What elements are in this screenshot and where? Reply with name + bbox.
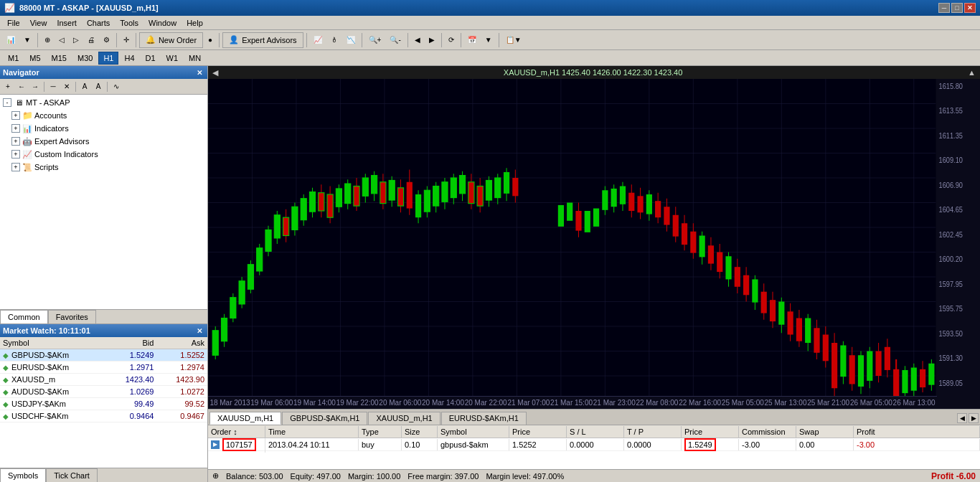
col-price-current[interactable]: Price <box>682 426 739 438</box>
tf-w1[interactable]: W1 <box>161 52 184 65</box>
chart-tab-xauusd-h1-2[interactable]: XAUUSD_m,H1 <box>368 412 440 425</box>
col-type[interactable]: Type <box>359 426 402 438</box>
toolbar-template[interactable]: 📋▼ <box>502 32 525 48</box>
toolbar-chart-bar[interactable]: 📈 <box>310 32 326 48</box>
col-size[interactable]: Size <box>402 426 438 438</box>
col-symbol[interactable]: Symbol <box>438 426 509 438</box>
tree-scripts-label: Scripts <box>34 163 59 171</box>
menu-file[interactable]: File <box>3 17 24 29</box>
tree-experts[interactable]: + 🤖 Expert Advisors <box>1 135 206 148</box>
tf-h1[interactable]: H1 <box>98 52 118 65</box>
toolbar-properties[interactable]: ⚙ <box>100 32 113 48</box>
col-time[interactable]: Time <box>265 426 359 438</box>
order-row-107157[interactable]: ▶ 107157 2013.04.24 10:11 buy 0.10 gbpus… <box>208 438 980 451</box>
toolbar-chart-line[interactable]: 📉 <box>343 32 359 48</box>
col-commission[interactable]: Commission <box>739 426 796 438</box>
chart-tab-gbpusd-h1[interactable]: GBPUSD-$AKm,H1 <box>282 412 367 425</box>
chart-scroll-right[interactable]: ▶ <box>969 413 979 423</box>
toolbar-scroll-left[interactable]: ◀ <box>411 32 424 48</box>
toolbar-dots[interactable]: ● <box>204 32 216 48</box>
menu-tools[interactable]: Tools <box>116 17 143 29</box>
nav-new-btn[interactable]: + <box>1 80 14 93</box>
mw-row-audusd[interactable]: ◆ AUDUSD-$AKm 1.0269 1.0272 <box>0 386 207 398</box>
tree-custom-indicators[interactable]: + 📈 Custom Indicators <box>1 148 206 161</box>
svg-rect-82 <box>442 182 448 202</box>
nav-text-btn[interactable]: A <box>92 80 105 93</box>
tree-indicators[interactable]: + 📊 Indicators <box>1 122 206 135</box>
toolbar-back[interactable]: ◁ <box>55 32 68 48</box>
minimize-button[interactable]: ─ <box>938 3 950 13</box>
tree-expand-accounts[interactable]: + <box>11 111 20 120</box>
tree-scripts[interactable]: + 📜 Scripts <box>1 161 206 174</box>
tree-expand-root[interactable]: - <box>3 98 11 107</box>
toolbar-forward[interactable]: ▷ <box>70 32 83 48</box>
tf-m15[interactable]: M15 <box>47 52 72 65</box>
nav-delete-btn[interactable]: ✕ <box>60 80 73 93</box>
menu-insert[interactable]: Insert <box>52 17 81 29</box>
nav-wave-btn[interactable]: ∿ <box>110 80 123 93</box>
svg-rect-100 <box>558 205 564 227</box>
col-sl[interactable]: S / L <box>567 426 624 438</box>
toolbar-btn-2[interactable]: ▼ <box>20 32 34 48</box>
toolbar-crosshair[interactable]: ✛ <box>120 32 133 48</box>
tree-accounts[interactable]: + 📁 Accounts <box>1 109 206 122</box>
toolbar-print[interactable]: 🖨 <box>84 32 98 48</box>
chart-tab-xauusd-h1[interactable]: XAUUSD_m,H1 <box>209 412 281 425</box>
tree-expand-indicators[interactable]: + <box>11 124 20 133</box>
nav-forward-btn[interactable]: → <box>29 80 42 93</box>
col-price-open[interactable]: Price <box>509 426 567 438</box>
mw-tab-symbols[interactable]: Symbols <box>0 468 46 482</box>
toolbar-chart-candle[interactable]: 🕯 <box>327 32 341 48</box>
close-button[interactable]: ✕ <box>964 3 976 13</box>
expert-advisors-button[interactable]: 👤 Expert Advisors <box>222 32 303 48</box>
tree-expand-experts[interactable]: + <box>11 137 20 146</box>
menu-help[interactable]: Help <box>182 17 207 29</box>
mw-row-usdjpy[interactable]: ◆ USDJPY-$AKm 99.49 99.52 <box>0 398 207 410</box>
tf-d1[interactable]: D1 <box>141 52 161 65</box>
toolbar-new-chart[interactable]: 📊 <box>3 32 19 48</box>
title-bar-controls[interactable]: ─ □ ✕ <box>938 3 976 13</box>
nav-cursor-btn[interactable]: A <box>78 80 91 93</box>
tf-m30[interactable]: M30 <box>72 52 98 65</box>
nav-minus-btn[interactable]: ─ <box>47 80 60 93</box>
toolbar-auto-scroll[interactable]: ⟳ <box>445 32 458 48</box>
mw-row-usdchf[interactable]: ◆ USDCHF-$AKm 0.9464 0.9467 <box>0 410 207 422</box>
toolbar-dropdown[interactable]: ▼ <box>481 32 496 48</box>
svg-rect-144 <box>752 279 758 302</box>
nav-tab-common[interactable]: Common <box>0 310 48 324</box>
tree-expand-custom[interactable]: + <box>11 150 20 159</box>
toolbar-scroll-right[interactable]: ▶ <box>425 32 438 48</box>
toolbar-zoom-in[interactable]: 🔍+ <box>365 32 385 48</box>
menu-window[interactable]: Window <box>144 17 181 29</box>
col-tp[interactable]: T / P <box>624 426 682 438</box>
menu-view[interactable]: View <box>26 17 52 29</box>
col-swap[interactable]: Swap <box>796 426 854 438</box>
chart-canvas[interactable]: 1615.80 1613.55 1611.35 1609.10 1606.90 … <box>208 79 980 409</box>
toolbar-zoom-out[interactable]: 🔍- <box>386 32 404 48</box>
chart-header: ◀ XAUUSD_m,H1 1425.40 1426.00 1422.30 14… <box>208 66 980 79</box>
menu-charts[interactable]: Charts <box>83 17 114 29</box>
tree-expand-scripts[interactable]: + <box>11 163 20 171</box>
toolbar-calendar[interactable]: 📅 <box>464 32 480 48</box>
nav-tab-favorites[interactable]: Favorites <box>48 310 96 323</box>
chart-tab-eurusd-h1[interactable]: EURUSD-$AKm,H1 <box>441 412 527 425</box>
chart-scroll-left[interactable]: ◀ <box>957 413 967 423</box>
tree-root[interactable]: - 🖥 MT - ASKAP <box>1 96 206 109</box>
tf-m5[interactable]: M5 <box>24 52 45 65</box>
mw-row-gbpusd[interactable]: ◆ GBPUSD-$AKm 1.5249 1.5252 <box>0 349 207 362</box>
col-bid: Bid <box>106 337 157 349</box>
mw-row-eurusd[interactable]: ◆ EURUSD-$AKm 1.2971 1.2974 <box>0 362 207 374</box>
toolbar-indicators[interactable]: ⊕ <box>41 32 54 48</box>
nav-back-btn[interactable]: ← <box>15 80 28 93</box>
maximize-button[interactable]: □ <box>951 3 963 13</box>
tf-m1[interactable]: M1 <box>3 52 24 65</box>
col-profit[interactable]: Profit <box>854 426 980 438</box>
tf-mn[interactable]: MN <box>184 52 206 65</box>
market-watch-close[interactable]: ✕ <box>194 326 204 336</box>
mw-row-xauusd[interactable]: ◆ XAUUSD_m 1423.40 1423.90 <box>0 374 207 386</box>
tf-h4[interactable]: H4 <box>119 52 139 65</box>
navigator-close[interactable]: ✕ <box>194 67 204 77</box>
mw-tab-tick-chart[interactable]: Tick Chart <box>46 468 98 482</box>
new-order-button[interactable]: 🔔 New Order <box>139 32 203 48</box>
col-order[interactable]: Order ↕ <box>208 426 265 438</box>
